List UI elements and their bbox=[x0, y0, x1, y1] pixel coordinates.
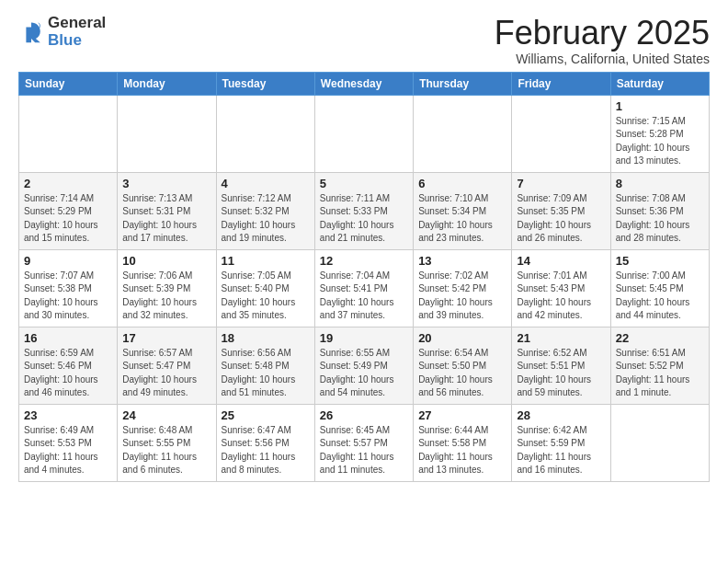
location-subtitle: Williams, California, United States bbox=[495, 52, 710, 66]
calendar-day-cell: 9Sunrise: 7:07 AM Sunset: 5:38 PM Daylig… bbox=[19, 249, 118, 327]
day-number: 19 bbox=[320, 331, 408, 345]
day-info-text: Sunrise: 7:13 AM Sunset: 5:31 PM Dayligh… bbox=[122, 192, 210, 246]
day-info-text: Sunrise: 6:49 AM Sunset: 5:53 PM Dayligh… bbox=[24, 424, 112, 477]
day-info-text: Sunrise: 7:06 AM Sunset: 5:39 PM Dayligh… bbox=[122, 270, 210, 323]
calendar-day-cell: 8Sunrise: 7:08 AM Sunset: 5:36 PM Daylig… bbox=[610, 172, 709, 249]
day-number: 10 bbox=[122, 254, 210, 268]
day-of-week-header: Saturday bbox=[610, 72, 709, 95]
day-info-text: Sunrise: 6:52 AM Sunset: 5:51 PM Dayligh… bbox=[517, 347, 605, 400]
calendar-day-cell: 12Sunrise: 7:04 AM Sunset: 5:41 PM Dayli… bbox=[314, 249, 413, 327]
calendar-table: SundayMondayTuesdayWednesdayThursdayFrid… bbox=[18, 72, 710, 482]
calendar-day-cell: 16Sunrise: 6:59 AM Sunset: 5:46 PM Dayli… bbox=[19, 327, 118, 404]
day-info-text: Sunrise: 7:14 AM Sunset: 5:29 PM Dayligh… bbox=[24, 192, 112, 246]
day-number: 3 bbox=[122, 177, 210, 190]
calendar-day-cell bbox=[414, 95, 512, 172]
month-year-title: February 2025 bbox=[495, 15, 710, 52]
calendar-week-row: 2Sunrise: 7:14 AM Sunset: 5:29 PM Daylig… bbox=[19, 172, 710, 249]
day-info-text: Sunrise: 7:00 AM Sunset: 5:45 PM Dayligh… bbox=[616, 270, 704, 323]
calendar-day-cell: 13Sunrise: 7:02 AM Sunset: 5:42 PM Dayli… bbox=[414, 249, 512, 327]
day-of-week-header: Tuesday bbox=[216, 72, 314, 95]
day-of-week-header: Sunday bbox=[19, 72, 118, 95]
logo: General Blue bbox=[18, 15, 106, 49]
day-number: 20 bbox=[418, 331, 506, 345]
day-of-week-header: Thursday bbox=[414, 72, 512, 95]
logo-icon bbox=[18, 19, 44, 45]
day-info-text: Sunrise: 7:01 AM Sunset: 5:43 PM Dayligh… bbox=[517, 270, 605, 323]
calendar-day-cell bbox=[19, 95, 118, 172]
day-info-text: Sunrise: 6:55 AM Sunset: 5:49 PM Dayligh… bbox=[320, 347, 408, 400]
day-number: 9 bbox=[24, 254, 112, 268]
day-info-text: Sunrise: 7:12 AM Sunset: 5:32 PM Dayligh… bbox=[222, 192, 310, 246]
calendar-day-cell: 10Sunrise: 7:06 AM Sunset: 5:39 PM Dayli… bbox=[118, 249, 216, 327]
calendar-day-cell: 6Sunrise: 7:10 AM Sunset: 5:34 PM Daylig… bbox=[414, 172, 512, 249]
day-number: 21 bbox=[517, 331, 605, 345]
logo-blue: Blue bbox=[48, 32, 106, 50]
day-number: 25 bbox=[222, 408, 310, 422]
day-number: 8 bbox=[616, 177, 704, 190]
day-info-text: Sunrise: 7:11 AM Sunset: 5:33 PM Dayligh… bbox=[320, 192, 408, 246]
day-number: 23 bbox=[24, 408, 112, 422]
day-info-text: Sunrise: 6:48 AM Sunset: 5:55 PM Dayligh… bbox=[122, 424, 210, 477]
day-info-text: Sunrise: 6:54 AM Sunset: 5:50 PM Dayligh… bbox=[418, 347, 506, 400]
calendar-day-cell: 4Sunrise: 7:12 AM Sunset: 5:32 PM Daylig… bbox=[216, 172, 314, 249]
title-area: February 2025 Williams, California, Unit… bbox=[495, 15, 710, 66]
day-info-text: Sunrise: 6:47 AM Sunset: 5:56 PM Dayligh… bbox=[222, 424, 310, 477]
calendar-day-cell: 22Sunrise: 6:51 AM Sunset: 5:52 PM Dayli… bbox=[610, 327, 709, 404]
day-info-text: Sunrise: 7:09 AM Sunset: 5:35 PM Dayligh… bbox=[517, 192, 605, 246]
day-info-text: Sunrise: 6:56 AM Sunset: 5:48 PM Dayligh… bbox=[222, 347, 310, 400]
calendar-day-cell: 2Sunrise: 7:14 AM Sunset: 5:29 PM Daylig… bbox=[19, 172, 118, 249]
day-number: 17 bbox=[122, 331, 210, 345]
day-info-text: Sunrise: 7:07 AM Sunset: 5:38 PM Dayligh… bbox=[24, 270, 112, 323]
day-number: 2 bbox=[24, 177, 112, 190]
day-number: 13 bbox=[418, 254, 506, 268]
day-info-text: Sunrise: 6:45 AM Sunset: 5:57 PM Dayligh… bbox=[320, 424, 408, 477]
day-number: 24 bbox=[122, 408, 210, 422]
day-number: 27 bbox=[418, 408, 506, 422]
calendar-day-cell: 7Sunrise: 7:09 AM Sunset: 5:35 PM Daylig… bbox=[512, 172, 610, 249]
day-number: 26 bbox=[320, 408, 408, 422]
day-info-text: Sunrise: 7:08 AM Sunset: 5:36 PM Dayligh… bbox=[616, 192, 704, 246]
day-info-text: Sunrise: 6:44 AM Sunset: 5:58 PM Dayligh… bbox=[418, 424, 506, 477]
calendar-day-cell bbox=[118, 95, 216, 172]
day-info-text: Sunrise: 7:15 AM Sunset: 5:28 PM Dayligh… bbox=[616, 115, 704, 168]
header: General Blue February 2025 Williams, Cal… bbox=[18, 15, 710, 66]
day-info-text: Sunrise: 6:57 AM Sunset: 5:47 PM Dayligh… bbox=[122, 347, 210, 400]
day-info-text: Sunrise: 7:05 AM Sunset: 5:40 PM Dayligh… bbox=[222, 270, 310, 323]
calendar-week-row: 16Sunrise: 6:59 AM Sunset: 5:46 PM Dayli… bbox=[19, 327, 710, 404]
calendar-day-cell: 14Sunrise: 7:01 AM Sunset: 5:43 PM Dayli… bbox=[512, 249, 610, 327]
day-info-text: Sunrise: 6:51 AM Sunset: 5:52 PM Dayligh… bbox=[616, 347, 704, 400]
calendar-week-row: 23Sunrise: 6:49 AM Sunset: 5:53 PM Dayli… bbox=[19, 404, 710, 481]
calendar-day-cell: 24Sunrise: 6:48 AM Sunset: 5:55 PM Dayli… bbox=[118, 404, 216, 481]
day-number: 12 bbox=[320, 254, 408, 268]
calendar-day-cell: 28Sunrise: 6:42 AM Sunset: 5:59 PM Dayli… bbox=[512, 404, 610, 481]
calendar-day-cell: 15Sunrise: 7:00 AM Sunset: 5:45 PM Dayli… bbox=[610, 249, 709, 327]
day-number: 18 bbox=[222, 331, 310, 345]
logo-text: General Blue bbox=[48, 15, 106, 49]
day-of-week-header: Wednesday bbox=[314, 72, 413, 95]
calendar-day-cell: 11Sunrise: 7:05 AM Sunset: 5:40 PM Dayli… bbox=[216, 249, 314, 327]
calendar-day-cell: 23Sunrise: 6:49 AM Sunset: 5:53 PM Dayli… bbox=[19, 404, 118, 481]
calendar-day-cell: 25Sunrise: 6:47 AM Sunset: 5:56 PM Dayli… bbox=[216, 404, 314, 481]
day-number: 7 bbox=[517, 177, 605, 190]
day-of-week-header: Friday bbox=[512, 72, 610, 95]
day-number: 15 bbox=[616, 254, 704, 268]
calendar-day-cell: 18Sunrise: 6:56 AM Sunset: 5:48 PM Dayli… bbox=[216, 327, 314, 404]
calendar-day-cell: 27Sunrise: 6:44 AM Sunset: 5:58 PM Dayli… bbox=[414, 404, 512, 481]
day-number: 1 bbox=[616, 99, 704, 113]
calendar-day-cell: 26Sunrise: 6:45 AM Sunset: 5:57 PM Dayli… bbox=[314, 404, 413, 481]
day-number: 22 bbox=[616, 331, 704, 345]
calendar-day-cell: 17Sunrise: 6:57 AM Sunset: 5:47 PM Dayli… bbox=[118, 327, 216, 404]
day-number: 14 bbox=[517, 254, 605, 268]
day-number: 11 bbox=[222, 254, 310, 268]
day-number: 16 bbox=[24, 331, 112, 345]
day-info-text: Sunrise: 7:02 AM Sunset: 5:42 PM Dayligh… bbox=[418, 270, 506, 323]
day-number: 28 bbox=[517, 408, 605, 422]
calendar-week-row: 9Sunrise: 7:07 AM Sunset: 5:38 PM Daylig… bbox=[19, 249, 710, 327]
day-info-text: Sunrise: 6:59 AM Sunset: 5:46 PM Dayligh… bbox=[24, 347, 112, 400]
calendar-day-cell: 5Sunrise: 7:11 AM Sunset: 5:33 PM Daylig… bbox=[314, 172, 413, 249]
calendar-day-cell bbox=[216, 95, 314, 172]
logo-general: General bbox=[48, 15, 106, 32]
calendar-day-cell: 19Sunrise: 6:55 AM Sunset: 5:49 PM Dayli… bbox=[314, 327, 413, 404]
day-info-text: Sunrise: 7:04 AM Sunset: 5:41 PM Dayligh… bbox=[320, 270, 408, 323]
calendar-day-cell: 20Sunrise: 6:54 AM Sunset: 5:50 PM Dayli… bbox=[414, 327, 512, 404]
